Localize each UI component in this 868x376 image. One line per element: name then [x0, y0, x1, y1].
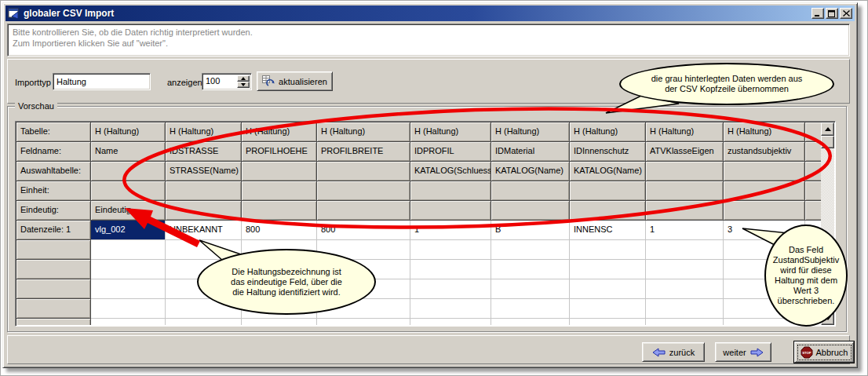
callout-text-line: die grau hinterlegten Daten werden aus	[651, 74, 803, 84]
table-cell[interactable]	[410, 299, 491, 319]
table-cell[interactable]	[646, 260, 724, 279]
scroll-up-button[interactable]	[821, 122, 834, 136]
spin-down-button[interactable]	[237, 82, 250, 88]
refresh-button[interactable]: aktualisieren	[257, 71, 333, 91]
callout-unique-note: Die Haltungsbezeichnung istdas eindeutig…	[197, 249, 376, 315]
minimize-button[interactable]	[811, 8, 824, 19]
anzeigen-spinner[interactable]	[202, 73, 252, 90]
importtyp-label: Importtyp	[15, 78, 51, 87]
info-box: Bitte kontrollieren Sie, ob die Daten ri…	[7, 24, 850, 57]
table-row: Auswahltabelle:STRASSE(Name)KATALOG(Schl…	[16, 162, 821, 181]
row-label-cell: Datenzeile: 1	[16, 221, 91, 240]
table-cell: zustandsubjektiv	[724, 142, 805, 162]
table-cell[interactable]: 800	[242, 221, 317, 240]
next-button[interactable]: weiter	[715, 342, 771, 362]
table-cell[interactable]	[410, 279, 491, 299]
callout-text-line: Die Haltungsbezeichnung ist	[232, 267, 341, 277]
next-button-label: weiter	[723, 348, 746, 357]
table-cell[interactable]: 1	[646, 221, 724, 240]
table-cell[interactable]	[570, 319, 646, 325]
table-cell: H (Haltung)	[317, 122, 410, 142]
table-cell[interactable]	[491, 260, 570, 279]
maximize-button[interactable]	[826, 8, 838, 19]
table-cell[interactable]	[410, 260, 491, 279]
table-cell[interactable]	[491, 240, 570, 260]
table-cell[interactable]	[646, 319, 724, 325]
table-cell: Eindeutig	[91, 201, 166, 221]
table-cell[interactable]	[166, 319, 242, 325]
stop-icon: STOP	[801, 346, 813, 359]
table-row: Tabelle:H (Haltung)H (Haltung)H (Haltung…	[16, 122, 821, 142]
callout-header-note: die grau hinterlegten Daten werden ausde…	[619, 63, 834, 105]
table-cell[interactable]	[410, 319, 491, 325]
close-icon	[843, 10, 850, 16]
info-line-2: Zum Importieren klicken Sie auf "weiter"…	[13, 38, 844, 49]
callout-text-line: überschrieben.	[778, 296, 835, 306]
table-cell	[166, 201, 242, 221]
table-cell[interactable]	[646, 279, 724, 299]
preview-grid: Tabelle:H (Haltung)H (Haltung)H (Haltung…	[16, 122, 821, 325]
back-button[interactable]: zurück	[642, 342, 705, 362]
window-title: globaler CSV Import	[24, 8, 810, 19]
table-cell	[491, 201, 570, 221]
table-cell[interactable]	[491, 279, 570, 299]
titlebar[interactable]: globaler CSV Import	[5, 5, 855, 21]
close-button[interactable]	[840, 8, 852, 19]
table-cell[interactable]: vlg_002	[91, 221, 166, 240]
table-cell[interactable]: 1	[410, 221, 491, 240]
table-cell[interactable]: UNBEKANNT	[166, 221, 242, 240]
row-label-cell	[16, 240, 91, 260]
minimize-icon	[814, 10, 822, 17]
table-cell[interactable]	[570, 299, 646, 319]
anzeigen-input[interactable]	[204, 75, 237, 86]
table-cell[interactable]	[91, 279, 166, 299]
table-cell	[317, 201, 410, 221]
table-cell[interactable]	[242, 319, 317, 325]
table-cell: PROFILBREITE	[317, 142, 410, 162]
scrollbar-thumb[interactable]	[821, 136, 834, 148]
callout-text-line: Das Feld	[789, 245, 823, 255]
table-cell[interactable]	[491, 299, 570, 319]
table-cell[interactable]	[570, 260, 646, 279]
spin-up-button[interactable]	[237, 75, 250, 82]
table-cell	[724, 181, 805, 201]
dialog-globaler-csv-import: globaler CSV Import Bitte kontrollieren …	[2, 2, 858, 368]
table-cell[interactable]	[91, 260, 166, 279]
scroll-up-icon	[825, 127, 831, 131]
table-cell[interactable]	[646, 240, 724, 260]
table-cell[interactable]: B	[491, 221, 570, 240]
table-cell	[570, 181, 646, 201]
table-cell: H (Haltung)	[91, 122, 166, 142]
table-cell[interactable]	[570, 279, 646, 299]
table-cell: KATALOG(Name)	[491, 162, 570, 181]
table-cell	[646, 181, 724, 201]
callout-text-line: der CSV Kopfzeile übernommen	[665, 84, 789, 94]
table-cell: IDInnenschutz	[570, 142, 646, 162]
table-cell[interactable]	[91, 299, 166, 319]
cancel-button[interactable]: STOP Abbruch	[794, 341, 854, 363]
table-cell: Name	[91, 142, 166, 162]
table-cell[interactable]	[91, 240, 166, 260]
table-cell[interactable]	[410, 240, 491, 260]
table-cell[interactable]	[491, 319, 570, 325]
table-row: Datenzeile: 1vlg_002UNBEKANNT8008001BINN…	[16, 221, 821, 240]
table-cell	[91, 181, 166, 201]
table-cell[interactable]	[646, 299, 724, 319]
table-cell[interactable]: 800	[317, 221, 410, 240]
table-cell[interactable]	[91, 319, 166, 325]
importtyp-input[interactable]	[53, 73, 151, 90]
table-cell[interactable]: INNENSC	[570, 221, 646, 240]
table-cell[interactable]	[570, 240, 646, 260]
table-cell	[491, 181, 570, 201]
row-label-cell: Tabelle:	[16, 122, 91, 142]
row-label-cell	[16, 260, 91, 279]
table-cell: IDMaterial	[491, 142, 570, 162]
row-label-cell: Feldname:	[16, 142, 91, 162]
table-cell: IDSTRASSE	[166, 142, 242, 162]
table-cell: ATVKlasseEigen	[646, 142, 724, 162]
table-cell	[724, 201, 805, 221]
row-label-cell: Eindeutig:	[16, 201, 91, 221]
table-row	[16, 279, 821, 299]
table-row	[16, 299, 821, 319]
table-cell[interactable]	[317, 319, 410, 325]
